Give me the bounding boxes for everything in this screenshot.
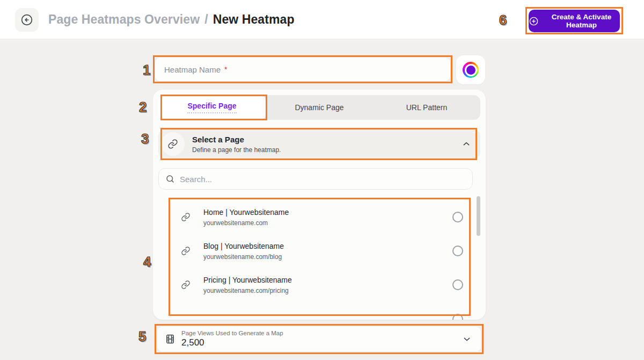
tab-specific-page[interactable]: Specific Page <box>158 95 266 120</box>
link-icon <box>181 246 191 256</box>
page-item-url: yourwebsitename.com/blog <box>203 253 440 261</box>
annotation-number-3: 3 <box>141 131 149 147</box>
page-title: New Heatmap <box>213 12 295 27</box>
annotation-number-2: 2 <box>139 99 147 116</box>
breadcrumb-separator: / <box>204 12 208 27</box>
heatmap-color-picker-button[interactable] <box>456 55 485 84</box>
search-input[interactable] <box>180 175 466 184</box>
page-item-texts: Home | Yourwebsitename yourwebsitename.c… <box>203 208 440 227</box>
chevron-up-icon[interactable] <box>461 139 472 149</box>
chevron-down-icon <box>462 334 472 344</box>
annotation-number-1: 1 <box>143 62 150 78</box>
page-radio-button-partial[interactable] <box>452 314 463 320</box>
tab-dynamic-page[interactable]: Dynamic Page <box>266 95 373 120</box>
heatmap-name-placeholder: Heatmap Name <box>164 65 221 74</box>
heatmap-name-input[interactable]: Heatmap Name * <box>155 57 451 82</box>
link-icon-circle <box>161 132 185 156</box>
page-item-texts: Blog | Yourwebsitename yourwebsitename.c… <box>203 242 440 261</box>
link-icon <box>167 139 178 149</box>
tab-label: Dynamic Page <box>295 103 343 112</box>
breadcrumb-parent[interactable]: Page Heatmaps Overview <box>48 12 200 27</box>
page-item-url: yourwebsitename.com <box>203 219 440 227</box>
page-item-title: Blog | Yourwebsitename <box>203 242 440 250</box>
select-a-page-title: Select a Page <box>192 135 281 144</box>
select-a-page-texts: Select a Page Define a page for the heat… <box>192 135 281 154</box>
page-views-label: Page Views Used to Generate a Map <box>181 330 283 336</box>
list-scrollbar-thumb[interactable] <box>477 196 480 236</box>
page-item-title: Pricing | Yourwebsitename <box>203 276 440 284</box>
page-search-box <box>158 168 473 190</box>
annotation-number-5: 5 <box>138 328 146 345</box>
arrow-left-circle-icon <box>20 13 34 27</box>
page-item-url: yourwebsitename.com/pricing <box>203 287 440 294</box>
page-views-texts: Page Views Used to Generate a Map 2,500 <box>181 330 283 348</box>
page-views-value: 2,500 <box>181 337 283 348</box>
page-selection-card: Specific Page Dynamic Page URL Pattern S… <box>153 90 486 320</box>
page-item-title: Home | Yourwebsitename <box>203 208 440 217</box>
page-item-texts: Pricing | Yourwebsitename yourwebsitenam… <box>203 276 440 294</box>
breadcrumb: Page Heatmaps Overview / New Heatmap <box>48 0 295 39</box>
page-list-item-blog[interactable]: Blog | Yourwebsitename yourwebsitename.c… <box>158 234 473 268</box>
annotation-number-4: 4 <box>143 254 151 270</box>
page-list-item-home[interactable]: Home | Yourwebsitename yourwebsitename.c… <box>158 200 473 234</box>
color-wheel-icon <box>463 62 479 78</box>
new-heatmap-page: Page Heatmaps Overview / New Heatmap Cre… <box>0 0 644 360</box>
tab-label: Specific Page <box>187 102 236 113</box>
top-bar: Page Heatmaps Overview / New Heatmap Cre… <box>0 0 644 39</box>
page-type-tabbar: Specific Page Dynamic Page URL Pattern <box>158 95 480 120</box>
select-a-page-subtitle: Define a page for the heatmap. <box>192 146 281 154</box>
link-icon <box>181 280 191 290</box>
film-icon <box>165 334 175 344</box>
page-views-dropdown[interactable]: Page Views Used to Generate a Map 2,500 <box>157 326 481 352</box>
search-icon <box>165 174 175 184</box>
link-icon <box>181 212 191 222</box>
page-list-item-pricing[interactable]: Pricing | Yourwebsitename yourwebsitenam… <box>158 268 473 301</box>
back-button[interactable] <box>15 8 39 32</box>
plus-circle-icon <box>529 16 539 26</box>
page-radio-button[interactable] <box>452 246 463 256</box>
tab-label: URL Pattern <box>406 103 448 112</box>
required-asterisk: * <box>224 65 227 74</box>
tab-url-pattern[interactable]: URL Pattern <box>373 95 480 120</box>
page-radio-button[interactable] <box>452 212 463 222</box>
page-radio-button[interactable] <box>452 279 463 290</box>
select-a-page-header[interactable]: Select a Page Define a page for the heat… <box>158 129 480 159</box>
create-button-label: Create & Activate Heatmap <box>543 13 620 29</box>
create-activate-heatmap-button[interactable]: Create & Activate Heatmap <box>529 10 620 32</box>
